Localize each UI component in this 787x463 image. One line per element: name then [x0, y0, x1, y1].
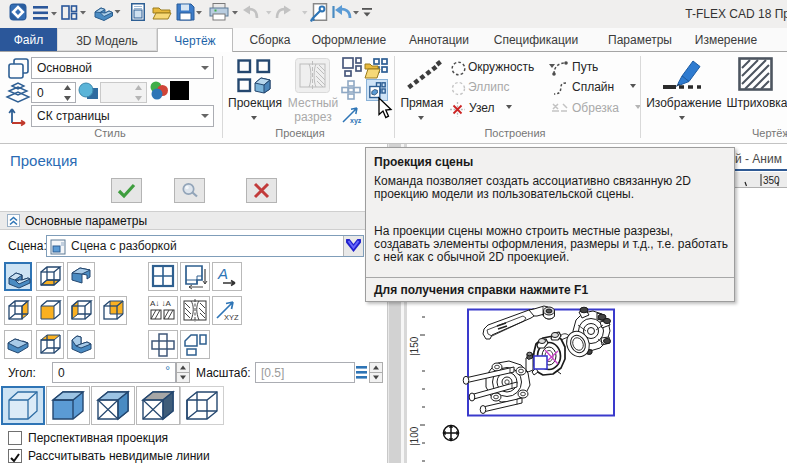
svg-text:xyz: xyz [350, 117, 362, 125]
svg-text:|150: |150 [409, 336, 420, 356]
svg-text:XYZ: XYZ [224, 313, 239, 322]
svg-text:A: A [217, 265, 228, 282]
svg-text:A↓ ↓A: A↓ ↓A [150, 299, 172, 308]
svg-text:|100: |100 [409, 426, 420, 446]
